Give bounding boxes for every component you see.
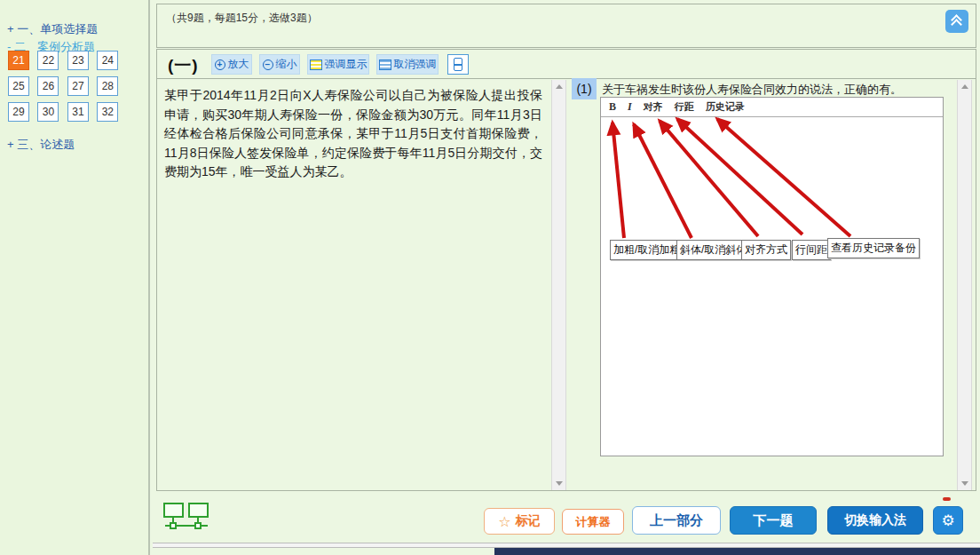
split-view-icon — [454, 58, 462, 71]
highlight-label: 强调显示 — [325, 57, 368, 72]
switch-input-method-button[interactable]: 切换输入法 — [827, 506, 923, 535]
zoom-in-label: 放大 — [228, 57, 249, 72]
question-toolbar: (一) + 放大 − 缩小 强调显示 取消强调 — [157, 50, 976, 79]
sub-question-panel: (1) 关于车祸发生时该份人寿保险合同效力的说法，正确的有。 B I 对齐 行距… — [566, 80, 957, 490]
zoom-out-label: 缩小 — [276, 57, 297, 72]
figure-bold-item: B — [609, 100, 616, 114]
highlight-button[interactable]: 强调显示 — [307, 54, 369, 75]
sub-section-label: (一) — [168, 54, 199, 77]
question-nav-sidebar: + 一、单项选择题 - 二、案例分析题 21 22 23 24 25 26 27… — [0, 0, 150, 555]
unhighlight-icon — [379, 59, 391, 70]
sub-question-text: 关于车祸发生时该份人寿保险合同效力的说法，正确的有。 — [602, 81, 953, 98]
question-button-29[interactable]: 29 — [8, 102, 29, 122]
question-button-24[interactable]: 24 — [97, 51, 118, 70]
scroll-up-icon[interactable] — [961, 84, 968, 89]
figure-label-bold: 加粗/取消加粗 — [610, 240, 684, 260]
question-content-row: 某甲于2014年11月2日向X人寿保险公司以自己为被保险人提出投保申请，购买30… — [157, 80, 976, 490]
mark-button[interactable]: ☆ 标记 — [484, 508, 555, 535]
section-info-bar: （共9题，每题15分，选做3题） — [156, 4, 976, 48]
stem-scrollbar[interactable] — [551, 80, 566, 490]
question-button-22[interactable]: 22 — [37, 51, 59, 70]
figure-italic-item: I — [628, 100, 632, 114]
question-button-30[interactable]: 30 — [37, 102, 59, 122]
figure-label-italic: 斜体/取消斜体 — [676, 240, 750, 260]
figure-history-item: 历史记录 — [706, 100, 745, 114]
exam-app: + 一、单项选择题 - 二、案例分析题 21 22 23 24 25 26 27… — [0, 0, 980, 555]
annotation-arrows — [601, 98, 944, 457]
question-button-26[interactable]: 26 — [37, 76, 59, 96]
sub-question-number-badge: (1) — [572, 78, 597, 99]
question-button-31[interactable]: 31 — [67, 102, 89, 122]
zoom-out-button[interactable]: − 缩小 — [259, 54, 300, 75]
question-button-23[interactable]: 23 — [67, 51, 89, 70]
question-button-27[interactable]: 27 — [67, 76, 89, 96]
section-info-text: （共9题，每题15分，选做3题） — [166, 11, 318, 26]
split-view-button[interactable] — [447, 54, 469, 75]
figure-label-linespacing: 行间距 — [792, 240, 831, 260]
unhighlight-label: 取消强调 — [394, 57, 437, 72]
calculator-button[interactable]: 计算器 — [562, 509, 624, 535]
figure-editor-toolbar: B I 对齐 行距 历史记录 — [601, 98, 943, 117]
question-button-21[interactable]: 21 — [8, 51, 29, 70]
scroll-up-icon[interactable] — [556, 84, 563, 89]
sub-question-scrollbar[interactable] — [957, 80, 972, 490]
question-stem-panel: 某甲于2014年11月2日向X人寿保险公司以自己为被保险人提出投保申请，购买30… — [157, 80, 551, 490]
next-question-button[interactable]: 下一题 — [730, 506, 817, 535]
minus-circle-icon: − — [263, 59, 273, 70]
scroll-down-icon[interactable] — [556, 481, 563, 486]
scroll-down-icon[interactable] — [961, 481, 968, 486]
unhighlight-button[interactable]: 取消强调 — [376, 54, 439, 75]
highlight-icon — [310, 59, 322, 70]
question-panel: (一) + 放大 − 缩小 强调显示 取消强调 某甲于2014年11月2 — [156, 49, 976, 491]
figure-align-item: 对齐 — [644, 100, 663, 114]
question-figure-image: B I 对齐 行距 历史记录 — [600, 97, 944, 456]
plus-circle-icon: + — [215, 59, 225, 70]
settings-button[interactable]: ⚙ — [933, 506, 963, 535]
collapse-button[interactable] — [945, 10, 968, 33]
gear-icon: ⚙ — [941, 511, 954, 530]
taskbar-strip — [494, 548, 980, 555]
previous-section-button[interactable]: 上一部分 — [632, 506, 721, 535]
zoom-in-button[interactable]: + 放大 — [211, 54, 252, 75]
figure-linespacing-item: 行距 — [675, 100, 694, 114]
sidebar-item-essay[interactable]: + 三、论述题 — [2, 133, 80, 156]
figure-label-align: 对齐方式 — [741, 240, 791, 260]
network-computers-icon — [163, 503, 209, 536]
question-button-32[interactable]: 32 — [97, 102, 118, 122]
notification-dot — [943, 497, 951, 501]
figure-label-history: 查看历史记录备份 — [827, 238, 920, 258]
mark-label: 标记 — [516, 513, 541, 529]
question-button-25[interactable]: 25 — [8, 76, 29, 96]
question-button-28[interactable]: 28 — [97, 76, 118, 96]
question-number-grid: 21 22 23 24 25 26 27 28 29 30 31 32 — [8, 51, 143, 128]
star-icon: ☆ — [498, 513, 510, 530]
